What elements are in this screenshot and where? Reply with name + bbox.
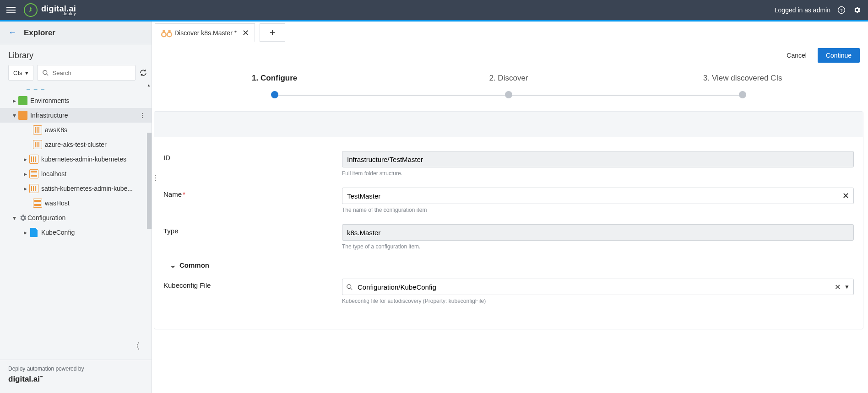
search-input-wrap[interactable] xyxy=(37,65,136,81)
settings-icon[interactable] xyxy=(852,5,862,15)
tab-title: Discover k8s.Master * xyxy=(174,29,237,37)
caret-right-icon: ▸ xyxy=(12,97,16,104)
continue-button[interactable]: Continue xyxy=(818,48,860,63)
container-icon xyxy=(29,155,38,164)
field-name: Name* ✕ The name of the configuration it… xyxy=(163,188,854,213)
tree-node-awsK8s[interactable]: awsK8s xyxy=(0,123,152,137)
field-kubeconfig: Kubeconfig File ✕ ▼ Kubeconfig file for … xyxy=(163,279,854,304)
tree-label: azure-aks-test-cluster xyxy=(45,141,147,148)
main: ⋮ Discover k8s.Master * ✕ + Cancel Conti… xyxy=(152,22,868,393)
tree-label: satish-kubernetes-admin-kube... xyxy=(41,185,147,192)
scrollbar-thumb[interactable] xyxy=(147,133,152,229)
collapse-sidebar-icon[interactable]: 〈 xyxy=(130,339,141,353)
scroll-up-icon[interactable]: ▲ xyxy=(146,83,152,89)
tree-node-localhost[interactable]: ▸ localhost xyxy=(0,167,152,181)
svg-point-10 xyxy=(347,284,351,288)
search-icon xyxy=(346,284,353,291)
kubeconfig-input[interactable] xyxy=(357,283,831,291)
tab-bar: Discover k8s.Master * ✕ + xyxy=(152,22,868,42)
caret-right-icon: ▸ xyxy=(23,185,27,192)
tree-label: KubeConfig xyxy=(41,229,147,236)
section-common[interactable]: ⌄ Common xyxy=(170,261,854,269)
step-label: 3. View discovered CIs xyxy=(626,74,860,83)
type-help: The type of a configuration item. xyxy=(342,243,854,250)
filter-dropdown[interactable]: CIs ▾ xyxy=(8,65,33,81)
search-input[interactable] xyxy=(52,69,130,77)
binoculars-icon xyxy=(161,28,171,38)
environments-icon xyxy=(18,96,27,105)
svg-point-2 xyxy=(43,70,47,74)
file-icon xyxy=(29,228,38,237)
gear-icon xyxy=(18,213,27,222)
resize-handle-icon[interactable]: ⋮ xyxy=(152,173,159,182)
clear-icon[interactable]: ✕ xyxy=(835,283,841,291)
svg-line-11 xyxy=(350,288,352,290)
refresh-icon[interactable] xyxy=(139,68,147,78)
tree-node-azure-aks[interactable]: azure-aks-test-cluster xyxy=(0,137,152,152)
footer-line: Deploy automation powered by xyxy=(8,366,143,372)
new-tab-button[interactable]: + xyxy=(260,23,285,42)
host-icon xyxy=(29,169,38,178)
svg-point-9 xyxy=(168,33,171,36)
menu-icon[interactable] xyxy=(6,5,17,16)
sidebar: ← Explorer Library CIs ▾ ▲ – – – xyxy=(0,22,152,393)
sidebar-footer: Deploy automation powered by digital.ai™ xyxy=(0,360,152,393)
step-label: 1. Configure xyxy=(157,74,391,83)
caret-down-icon: ▾ xyxy=(12,112,16,119)
tree-label: Infrastructure xyxy=(30,112,138,119)
help-icon[interactable]: ? xyxy=(837,5,846,15)
svg-line-3 xyxy=(46,74,48,75)
tab-discover-master[interactable]: Discover k8s.Master * ✕ xyxy=(155,23,255,42)
step-line xyxy=(509,95,743,96)
tree: ▲ – – – ▸ Environments ▾ Infrastructure … xyxy=(0,83,152,338)
tree-node-kubeconfig[interactable]: ▸ KubeConfig xyxy=(0,225,152,240)
svg-text:?: ? xyxy=(840,8,843,13)
caret-right-icon: ▸ xyxy=(23,170,27,178)
svg-rect-6 xyxy=(163,30,165,33)
tree-node-washost[interactable]: wasHost xyxy=(0,196,152,210)
search-icon xyxy=(42,70,49,76)
footer-brand: digital.ai xyxy=(8,375,40,383)
tree-node-satish[interactable]: ▸ satish-kubernetes-admin-kube... xyxy=(0,181,152,196)
step-dot xyxy=(271,91,278,98)
step-dot xyxy=(505,91,512,98)
infrastructure-icon xyxy=(18,111,27,120)
chevron-down-icon: ▾ xyxy=(25,70,28,76)
svg-rect-7 xyxy=(168,30,170,33)
caret-down-icon: ▾ xyxy=(12,214,16,221)
drag-dots: – – – xyxy=(27,85,152,92)
tree-label: Environments xyxy=(30,97,147,104)
brand-logo[interactable]: digital.ai deploy xyxy=(24,3,76,17)
row-menu-icon[interactable]: ⋮ xyxy=(138,112,147,119)
tree-label: wasHost xyxy=(45,199,147,207)
sidebar-title: Explorer xyxy=(24,28,55,38)
sidebar-header: ← Explorer xyxy=(0,22,152,44)
close-icon[interactable]: ✕ xyxy=(242,28,249,38)
rocket-icon xyxy=(24,3,38,17)
tree-node-infrastructure[interactable]: ▾ Infrastructure ⋮ xyxy=(0,108,152,123)
field-type: Type The type of a configuration item. xyxy=(163,224,854,250)
wizard-stepper: 1. Configure 2. Discover 3. View discove… xyxy=(157,74,860,98)
tree-label: localhost xyxy=(41,170,147,178)
svg-point-8 xyxy=(162,33,165,36)
chevron-down-icon[interactable]: ▼ xyxy=(844,284,850,290)
panel-header xyxy=(154,112,863,137)
kubeconfig-help: Kubeconfig file for autodiscovery (Prope… xyxy=(342,298,854,304)
back-icon[interactable]: ← xyxy=(8,28,16,38)
filter-label: CIs xyxy=(13,70,22,76)
container-icon xyxy=(33,125,42,135)
clear-icon[interactable]: ✕ xyxy=(842,191,849,201)
name-input[interactable] xyxy=(342,188,854,204)
section-label: Common xyxy=(179,261,209,269)
caret-right-icon: ▸ xyxy=(23,229,27,236)
id-input xyxy=(342,151,854,167)
kubeconfig-combo[interactable]: ✕ ▼ xyxy=(342,279,854,295)
step-line xyxy=(274,95,509,96)
library-title: Library xyxy=(8,51,143,60)
cancel-button[interactable]: Cancel xyxy=(782,48,811,63)
host-icon xyxy=(33,199,42,208)
tree-node-configuration[interactable]: ▾ Configuration xyxy=(0,210,152,225)
tree-label: kubernetes-admin-kubernetes xyxy=(41,156,147,163)
tree-node-environments[interactable]: ▸ Environments xyxy=(0,93,152,108)
tree-node-kube-admin[interactable]: ▸ kubernetes-admin-kubernetes xyxy=(0,152,152,167)
